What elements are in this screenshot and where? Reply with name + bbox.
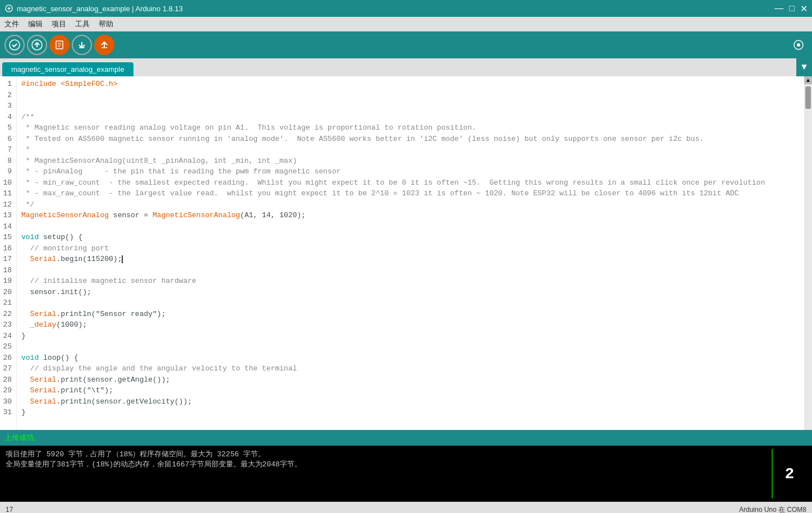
menu-tools[interactable]: 工具 [75,19,90,29]
title-controls[interactable]: — □ ✕ [774,3,808,14]
upload-button[interactable] [27,35,47,55]
tab-bar: magnetic_sensor_analog_example ▼ [0,58,812,76]
menu-file[interactable]: 文件 [4,19,19,29]
svg-point-1 [10,40,20,50]
line-numbers: 1 2 3 4 5 6 7 8 9 10 11 12 13 14 15 16 1… [0,76,17,430]
cursor-position: 17 [6,506,13,513]
tab-label: magnetic_sensor_analog_example [11,65,124,74]
maximize-button[interactable]: □ [789,3,795,14]
arduino-icon [4,4,13,13]
title-bar: magnetic_sensor_analog_example | Arduino… [0,0,812,17]
menu-edit[interactable]: 编辑 [28,19,43,29]
serial-monitor-button[interactable] [790,36,808,54]
divider-number: 2 [785,465,795,483]
save-button[interactable] [94,35,114,55]
close-button[interactable]: ✕ [800,3,808,14]
open-button[interactable] [72,35,92,55]
new-button[interactable] [49,35,70,55]
console-line2: 全局变量使用了381字节，(18%)的动态内存，余留1667字节局部变量。最大为… [6,459,772,469]
vertical-scrollbar[interactable]: ▲ [804,76,812,430]
console-area: 项目使用了 5920 字节，占用了（18%）程序存储空间。最大为 32256 字… [0,446,812,502]
board-info: Arduino Uno 在 COM8 [739,505,806,514]
console-line1: 项目使用了 5920 字节，占用了（18%）程序存储空间。最大为 32256 字… [6,449,772,459]
menu-project[interactable]: 项目 [52,19,66,29]
scroll-thumb[interactable] [805,86,811,109]
status-bar: 上传成功。 [0,430,812,446]
editor-area: 1 2 3 4 5 6 7 8 9 10 11 12 13 14 15 16 1… [0,76,812,430]
title-left: magnetic_sensor_analog_example | Arduino… [4,4,183,13]
svg-point-5 [797,43,800,47]
console-divider: 2 [773,449,806,498]
scroll-up-arrow[interactable]: ▲ [804,76,812,84]
menu-bar: 文件 编辑 项目 工具 帮助 [0,17,812,31]
window-title: magnetic_sensor_analog_example | Arduino… [17,4,183,13]
console-output: 项目使用了 5920 字节，占用了（18%）程序存储空间。最大为 32256 字… [6,449,773,498]
file-tab[interactable]: magnetic_sensor_analog_example [2,62,133,76]
upload-status: 上传成功。 [4,433,41,443]
minimize-button[interactable]: — [774,3,783,14]
tab-dropdown-button[interactable]: ▼ [796,58,812,76]
toolbar [0,31,812,58]
code-editor[interactable]: #include <SimpleFOC.h> /** * Magnetic se… [17,76,804,430]
bottom-status-bar: 17 Arduino Uno 在 COM8 [0,502,812,513]
verify-button[interactable] [4,35,25,55]
menu-help[interactable]: 帮助 [99,19,113,29]
